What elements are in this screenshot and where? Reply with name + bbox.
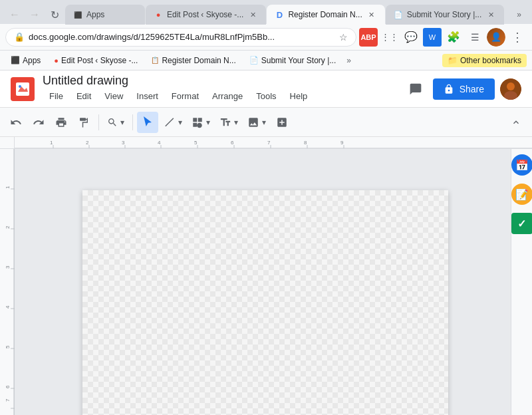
canvas-checkerboard	[82, 190, 448, 415]
zoom-dropdown[interactable]: ▾	[103, 114, 128, 130]
redo-icon	[33, 116, 45, 128]
bookmark-apps[interactable]: ⬛ Apps	[5, 54, 46, 67]
line-chevron-icon: ▾	[178, 118, 182, 127]
bookmark-favicon-submit: 📄	[249, 56, 259, 65]
bookmark-register[interactable]: 📋 Register Domain N...	[146, 54, 241, 67]
tab-favicon-submit: 📄	[394, 10, 403, 19]
tab-close-edit[interactable]: ✕	[247, 9, 258, 20]
ext-icon-puzzle[interactable]: 🧩	[444, 28, 463, 47]
line-tool-icon	[164, 116, 176, 128]
svg-text:1: 1	[50, 140, 53, 146]
tasks-panel-button[interactable]: ✓	[511, 213, 533, 234]
adblock-icon[interactable]: ABP	[359, 28, 378, 47]
svg-point-1	[19, 85, 21, 88]
tab-close-submit[interactable]: ✕	[485, 9, 496, 20]
reload-button[interactable]: ↻	[45, 5, 64, 24]
tab-submit[interactable]: 📄 Submit Your Story |... ✕	[386, 5, 505, 25]
folder-label: Other bookmarks	[460, 56, 521, 65]
svg-text:2: 2	[5, 225, 11, 229]
svg-text:7: 7	[5, 398, 11, 402]
menu-edit[interactable]: Edit	[70, 88, 98, 104]
menu-tools[interactable]: Tools	[249, 88, 283, 104]
svg-text:1: 1	[5, 186, 11, 189]
ext-icon-blue[interactable]: W	[423, 28, 442, 47]
menu-view[interactable]: View	[98, 88, 130, 104]
user-avatar[interactable]	[500, 78, 521, 100]
notes-panel-button[interactable]: 📝	[511, 184, 533, 205]
bookmark-favicon-register: 📋	[151, 57, 159, 64]
tab-title-edit: Edit Post ‹ Skyose -...	[167, 10, 243, 19]
extension-icons: ABP ⋮⋮ 💬 W 🧩 ☰ 👤 ⋮	[359, 28, 527, 47]
bookmark-favicon-edit: ●	[54, 57, 59, 65]
tab-close-register[interactable]: ✕	[366, 9, 377, 20]
collapse-toolbar-button[interactable]	[505, 112, 527, 133]
select-tool-button[interactable]	[137, 112, 158, 133]
bookmark-label-apps: Apps	[23, 56, 41, 65]
toolbar: ▾ ▾ ▾ ▾ ▾	[0, 108, 532, 137]
forward-button[interactable]: →	[25, 5, 44, 24]
bookmark-submit[interactable]: 📄 Submit Your Story |...	[244, 54, 342, 67]
tab-register[interactable]: D Register Domain N... ✕	[267, 5, 384, 25]
menu-format[interactable]: Format	[165, 88, 205, 104]
address-bar[interactable]: 🔒 docs.google.com/drawings/d/1259625TE4L…	[5, 28, 356, 47]
text-tool-dropdown[interactable]: ▾	[215, 114, 242, 131]
menu-arrange[interactable]: Arrange	[205, 88, 249, 104]
menu-icon[interactable]: ⋮	[508, 28, 527, 47]
bookmarks-folder[interactable]: 📁 Other bookmarks	[442, 54, 527, 67]
shape-tool-dropdown[interactable]: ▾	[188, 114, 214, 131]
browser-chrome: ← → ↻ ⬛ Apps ● Edit Post ‹ Skyose -... ✕…	[0, 0, 532, 70]
tab-title-register: Register Domain N...	[288, 10, 362, 19]
text-chevron-icon: ▾	[234, 118, 238, 127]
user-avatar-browser[interactable]: 👤	[487, 28, 505, 47]
print-button[interactable]	[51, 112, 72, 133]
text-tool-icon	[219, 116, 231, 128]
menu-file[interactable]: File	[43, 88, 70, 104]
tab-favicon-apps: ⬛	[73, 10, 82, 19]
menu-help[interactable]: Help	[283, 88, 315, 104]
app-menu: File Edit View Insert Format Arrange Too…	[43, 88, 396, 104]
back-button[interactable]: ←	[5, 5, 24, 24]
canvas-area[interactable]: groovyPost.com›	[15, 149, 511, 415]
avatar-image	[500, 78, 521, 100]
comment-button[interactable]	[404, 77, 428, 101]
separator-2	[132, 114, 133, 130]
bookmark-label-edit: Edit Post ‹ Skyose -...	[61, 56, 138, 65]
drawing-canvas[interactable]	[82, 190, 448, 415]
tab-bar: ← → ↻ ⬛ Apps ● Edit Post ‹ Skyose -... ✕…	[0, 0, 532, 24]
svg-text:3: 3	[122, 140, 125, 146]
bookmark-star-icon[interactable]: ☆	[339, 32, 348, 43]
image-tool-icon	[247, 116, 259, 128]
ext-icon-2[interactable]: ⋮⋮	[380, 28, 399, 47]
menu-insert[interactable]: Insert	[130, 88, 165, 104]
svg-point-3	[507, 82, 515, 90]
header-right: Share	[404, 77, 521, 101]
more-tabs-button[interactable]: »	[511, 7, 527, 22]
select-tool-icon	[142, 116, 154, 128]
ext-icon-wechat[interactable]: 💬	[402, 28, 420, 47]
ruler-row: 1 2 3 4 5 6 7 8 9	[0, 137, 532, 149]
undo-button[interactable]	[5, 112, 27, 133]
redo-button[interactable]	[28, 112, 49, 133]
image-tool-dropdown[interactable]: ▾	[243, 114, 270, 131]
svg-text:6: 6	[5, 385, 11, 388]
doc-title[interactable]: Untitled drawing	[43, 74, 396, 88]
vertical-ruler: 1 2 3 4 5 6 7	[0, 149, 15, 415]
add-tool-button[interactable]	[271, 112, 293, 133]
bookmark-edit-post[interactable]: ● Edit Post ‹ Skyose -...	[49, 54, 143, 67]
share-button[interactable]: Share	[433, 78, 495, 100]
calendar-panel-button[interactable]: 📅	[511, 154, 533, 176]
doc-title-area: Untitled drawing File Edit View Insert F…	[43, 74, 396, 104]
tab-apps[interactable]: ⬛ Apps	[65, 5, 145, 25]
undo-icon	[10, 116, 22, 128]
ruler-corner	[0, 137, 15, 149]
line-tool-dropdown[interactable]: ▾	[160, 114, 186, 131]
tab-edit-post[interactable]: ● Edit Post ‹ Skyose -... ✕	[146, 5, 266, 25]
svg-text:8: 8	[304, 140, 307, 146]
svg-text:5: 5	[5, 345, 11, 348]
tab-title-submit: Submit Your Story |...	[407, 10, 482, 19]
bookmark-label-submit: Submit Your Story |...	[261, 56, 336, 65]
paint-format-icon	[78, 116, 90, 128]
more-bookmarks-icon[interactable]: »	[346, 56, 351, 65]
paint-format-button[interactable]	[73, 112, 94, 133]
ext-icon-list[interactable]: ☰	[466, 28, 484, 47]
